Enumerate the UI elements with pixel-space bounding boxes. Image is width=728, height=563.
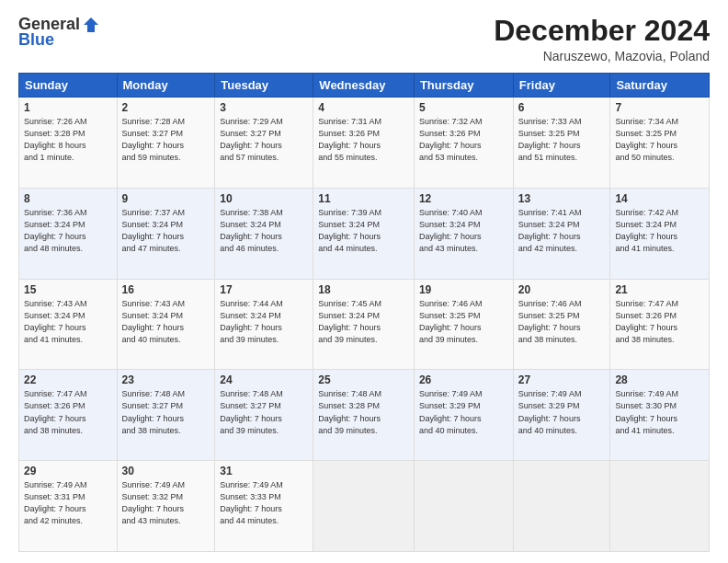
- day-number: 28: [615, 373, 704, 386]
- day-number: 18: [318, 283, 409, 296]
- day-cell: 25Sunrise: 7:48 AM Sunset: 3:28 PM Dayli…: [313, 370, 415, 461]
- day-cell: 20Sunrise: 7:46 AM Sunset: 3:25 PM Dayli…: [513, 279, 610, 370]
- logo-icon: [82, 16, 100, 34]
- day-cell: 21Sunrise: 7:47 AM Sunset: 3:26 PM Dayli…: [610, 279, 710, 370]
- day-cell: 27Sunrise: 7:49 AM Sunset: 3:29 PM Dayli…: [513, 370, 610, 461]
- calendar-header: Sunday Monday Tuesday Wednesday Thursday…: [19, 74, 710, 98]
- day-cell: [513, 461, 610, 552]
- week-row-2: 8Sunrise: 7:36 AM Sunset: 3:24 PM Daylig…: [19, 188, 710, 279]
- day-cell: 30Sunrise: 7:49 AM Sunset: 3:32 PM Dayli…: [117, 461, 215, 552]
- day-cell: 7Sunrise: 7:34 AM Sunset: 3:25 PM Daylig…: [610, 98, 710, 189]
- day-info: Sunrise: 7:49 AM Sunset: 3:33 PM Dayligh…: [220, 479, 308, 527]
- day-info: Sunrise: 7:43 AM Sunset: 3:24 PM Dayligh…: [24, 298, 112, 346]
- day-info: Sunrise: 7:26 AM Sunset: 3:28 PM Dayligh…: [24, 116, 112, 164]
- day-cell: 1Sunrise: 7:26 AM Sunset: 3:28 PM Daylig…: [19, 98, 118, 189]
- day-number: 21: [615, 283, 704, 296]
- day-number: 22: [24, 373, 112, 386]
- logo: General Blue: [18, 15, 100, 50]
- week-row-3: 15Sunrise: 7:43 AM Sunset: 3:24 PM Dayli…: [19, 279, 710, 370]
- day-cell: 17Sunrise: 7:44 AM Sunset: 3:24 PM Dayli…: [215, 279, 313, 370]
- day-number: 26: [419, 373, 508, 386]
- day-info: Sunrise: 7:41 AM Sunset: 3:24 PM Dayligh…: [518, 207, 606, 255]
- week-row-4: 22Sunrise: 7:47 AM Sunset: 3:26 PM Dayli…: [19, 370, 710, 461]
- day-number: 17: [220, 283, 308, 296]
- day-info: Sunrise: 7:46 AM Sunset: 3:25 PM Dayligh…: [518, 298, 606, 346]
- day-info: Sunrise: 7:49 AM Sunset: 3:29 PM Dayligh…: [518, 388, 606, 436]
- day-info: Sunrise: 7:36 AM Sunset: 3:24 PM Dayligh…: [24, 207, 112, 255]
- day-cell: 11Sunrise: 7:39 AM Sunset: 3:24 PM Dayli…: [313, 188, 415, 279]
- day-cell: 24Sunrise: 7:48 AM Sunset: 3:27 PM Dayli…: [215, 370, 313, 461]
- day-cell: 22Sunrise: 7:47 AM Sunset: 3:26 PM Dayli…: [19, 370, 118, 461]
- day-cell: 6Sunrise: 7:33 AM Sunset: 3:25 PM Daylig…: [513, 98, 610, 189]
- day-number: 13: [518, 192, 606, 205]
- day-info: Sunrise: 7:40 AM Sunset: 3:24 PM Dayligh…: [419, 207, 508, 255]
- day-info: Sunrise: 7:47 AM Sunset: 3:26 PM Dayligh…: [24, 388, 112, 436]
- location: Naruszewo, Mazovia, Poland: [494, 49, 710, 63]
- day-cell: [313, 461, 415, 552]
- col-wednesday: Wednesday: [313, 74, 415, 98]
- day-info: Sunrise: 7:46 AM Sunset: 3:25 PM Dayligh…: [419, 298, 508, 346]
- week-row-5: 29Sunrise: 7:49 AM Sunset: 3:31 PM Dayli…: [19, 461, 710, 552]
- day-number: 24: [220, 373, 308, 386]
- day-number: 4: [318, 101, 409, 114]
- calendar-body: 1Sunrise: 7:26 AM Sunset: 3:28 PM Daylig…: [19, 98, 710, 552]
- day-number: 2: [122, 101, 210, 114]
- day-number: 3: [220, 101, 308, 114]
- col-friday: Friday: [513, 74, 610, 98]
- day-number: 16: [122, 283, 210, 296]
- day-cell: 14Sunrise: 7:42 AM Sunset: 3:24 PM Dayli…: [610, 188, 710, 279]
- day-cell: 12Sunrise: 7:40 AM Sunset: 3:24 PM Dayli…: [414, 188, 513, 279]
- day-number: 29: [24, 465, 112, 477]
- day-cell: 23Sunrise: 7:48 AM Sunset: 3:27 PM Dayli…: [117, 370, 215, 461]
- day-number: 19: [419, 283, 508, 296]
- day-number: 27: [518, 373, 606, 386]
- day-cell: 9Sunrise: 7:37 AM Sunset: 3:24 PM Daylig…: [117, 188, 215, 279]
- day-info: Sunrise: 7:39 AM Sunset: 3:24 PM Dayligh…: [318, 207, 409, 255]
- week-row-1: 1Sunrise: 7:26 AM Sunset: 3:28 PM Daylig…: [19, 98, 710, 189]
- day-cell: 19Sunrise: 7:46 AM Sunset: 3:25 PM Dayli…: [414, 279, 513, 370]
- day-info: Sunrise: 7:49 AM Sunset: 3:30 PM Dayligh…: [615, 388, 704, 436]
- day-info: Sunrise: 7:48 AM Sunset: 3:28 PM Dayligh…: [318, 388, 409, 436]
- day-info: Sunrise: 7:48 AM Sunset: 3:27 PM Dayligh…: [122, 388, 210, 436]
- day-info: Sunrise: 7:49 AM Sunset: 3:29 PM Dayligh…: [419, 388, 508, 436]
- day-info: Sunrise: 7:49 AM Sunset: 3:32 PM Dayligh…: [122, 479, 210, 527]
- day-info: Sunrise: 7:34 AM Sunset: 3:25 PM Dayligh…: [615, 116, 704, 164]
- day-info: Sunrise: 7:43 AM Sunset: 3:24 PM Dayligh…: [122, 298, 210, 346]
- col-saturday: Saturday: [610, 74, 710, 98]
- day-cell: 4Sunrise: 7:31 AM Sunset: 3:26 PM Daylig…: [313, 98, 415, 189]
- day-number: 14: [615, 192, 704, 205]
- day-cell: 15Sunrise: 7:43 AM Sunset: 3:24 PM Dayli…: [19, 279, 118, 370]
- day-number: 25: [318, 373, 409, 386]
- day-info: Sunrise: 7:31 AM Sunset: 3:26 PM Dayligh…: [318, 116, 409, 164]
- day-cell: 18Sunrise: 7:45 AM Sunset: 3:24 PM Dayli…: [313, 279, 415, 370]
- day-number: 12: [419, 192, 508, 205]
- day-info: Sunrise: 7:45 AM Sunset: 3:24 PM Dayligh…: [318, 298, 409, 346]
- day-cell: 5Sunrise: 7:32 AM Sunset: 3:26 PM Daylig…: [414, 98, 513, 189]
- title-section: December 2024 Naruszewo, Mazovia, Poland: [494, 15, 710, 63]
- day-number: 30: [122, 465, 210, 477]
- day-number: 20: [518, 283, 606, 296]
- day-info: Sunrise: 7:48 AM Sunset: 3:27 PM Dayligh…: [220, 388, 308, 436]
- day-number: 1: [24, 101, 112, 114]
- day-cell: [414, 461, 513, 552]
- day-info: Sunrise: 7:49 AM Sunset: 3:31 PM Dayligh…: [24, 479, 112, 527]
- day-number: 6: [518, 101, 606, 114]
- day-cell: 29Sunrise: 7:49 AM Sunset: 3:31 PM Dayli…: [19, 461, 118, 552]
- day-number: 8: [24, 192, 112, 205]
- day-info: Sunrise: 7:44 AM Sunset: 3:24 PM Dayligh…: [220, 298, 308, 346]
- day-number: 11: [318, 192, 409, 205]
- day-number: 5: [419, 101, 508, 114]
- page: General Blue December 2024 Naruszewo, Ma…: [0, 0, 728, 563]
- day-info: Sunrise: 7:28 AM Sunset: 3:27 PM Dayligh…: [122, 116, 210, 164]
- day-number: 15: [24, 283, 112, 296]
- day-cell: 10Sunrise: 7:38 AM Sunset: 3:24 PM Dayli…: [215, 188, 313, 279]
- header: General Blue December 2024 Naruszewo, Ma…: [18, 15, 710, 63]
- col-sunday: Sunday: [19, 74, 118, 98]
- day-number: 9: [122, 192, 210, 205]
- day-number: 23: [122, 373, 210, 386]
- day-number: 10: [220, 192, 308, 205]
- day-info: Sunrise: 7:29 AM Sunset: 3:27 PM Dayligh…: [220, 116, 308, 164]
- day-info: Sunrise: 7:32 AM Sunset: 3:26 PM Dayligh…: [419, 116, 508, 164]
- day-cell: 26Sunrise: 7:49 AM Sunset: 3:29 PM Dayli…: [414, 370, 513, 461]
- col-thursday: Thursday: [414, 74, 513, 98]
